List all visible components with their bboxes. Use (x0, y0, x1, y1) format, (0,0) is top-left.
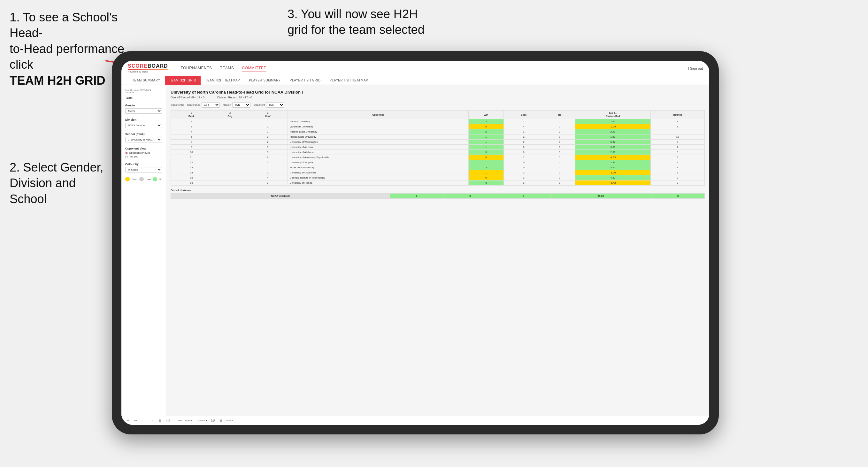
cell-conf: 2 (248, 124, 287, 129)
cell-rounds: 9 (650, 165, 705, 170)
redo-btn[interactable]: ↪ (133, 418, 138, 423)
cell-opponent: Arizona State University (287, 129, 468, 134)
sub-nav-player-h2h-grid[interactable]: PLAYER H2H GRID (285, 76, 325, 85)
grid-btn[interactable]: ⊞ (219, 418, 224, 423)
radio-opponents-played[interactable]: Opponents Played (125, 151, 162, 154)
sub-nav-player-h2h-heatmap[interactable]: PLAYER H2H HEATMAP (325, 76, 373, 85)
comment-btn[interactable]: 💬 (210, 418, 216, 423)
sub-nav-player-summary[interactable]: PLAYER SUMMARY (244, 76, 285, 85)
cell-opponent: University of Arizona (287, 145, 468, 150)
table-row: 14 2 University of Oklahoma 1 2 0 -1.00 … (171, 170, 705, 175)
cell-rounds: 12 (650, 134, 705, 139)
radio-group: Opponents Played Top 100 (125, 151, 162, 158)
cell-loss: 2 (503, 170, 544, 175)
cell-rounds: 8 (650, 124, 705, 129)
color-label-level: Level (146, 178, 151, 181)
cell-rank: 13 (171, 165, 212, 170)
table-row: 9 3 University of Arizona 1 0 0 9.00 2 (171, 145, 705, 150)
view-label[interactable]: View: Original (177, 419, 192, 422)
out-loss: 0 (443, 193, 497, 199)
cell-win: 1 (468, 145, 503, 150)
cell-diff: 9.00 (575, 145, 650, 150)
nav-sign-out[interactable]: | Sign out (688, 66, 703, 70)
clock-btn[interactable]: 🕐 (165, 418, 171, 423)
watch-label[interactable]: Watch ▾ (198, 419, 207, 422)
cell-opponent: Texas Tech University (287, 165, 468, 170)
sub-nav-team-summary[interactable]: TEAM SUMMARY (128, 76, 165, 85)
cell-rounds (650, 129, 705, 134)
cell-reg (212, 145, 248, 150)
nav-committee[interactable]: COMMITTEE (242, 64, 267, 72)
nav-teams[interactable]: TEAMS (220, 64, 234, 72)
cell-tie: 0 (544, 129, 575, 134)
cell-rounds: 3 (650, 160, 705, 165)
cell-rank: 4 (171, 129, 212, 134)
cell-reg (212, 134, 248, 139)
colour-select[interactable]: Win/loss (125, 167, 162, 173)
sub-nav-team-h2h-grid[interactable]: TEAM H2H GRID (165, 76, 201, 85)
radio-dot-top100 (125, 156, 128, 158)
cell-tie: 0 (544, 134, 575, 139)
copy-btn[interactable]: ⊞ (157, 418, 162, 423)
sub-nav-team-h2h-heatmap[interactable]: TEAM H2H HEATMAP (200, 76, 244, 85)
color-dot-up (153, 177, 157, 181)
region-select[interactable]: (All) (232, 102, 250, 107)
table-row: 3 2 Vanderbilt University 0 4 0 -2.29 8 (171, 124, 705, 129)
school-select[interactable]: 1. University of Nort... (125, 137, 162, 143)
cell-tie: 0 (544, 139, 575, 145)
grid-records: Overall Record: 89 - 17 - 0 Division Rec… (170, 96, 705, 99)
table-row: 13 1 Texas Tech University 3 0 0 5.56 9 (171, 165, 705, 170)
cell-rounds: 9 (650, 175, 705, 181)
cell-conf: 2 (248, 139, 287, 145)
table-row: 11 6 University of Arkansas, Fayettevill… (171, 155, 705, 160)
cell-loss: 1 (503, 119, 544, 124)
cell-loss: 1 (503, 181, 544, 186)
cell-conf: 2 (248, 170, 287, 175)
opponent-select[interactable]: (All) (266, 102, 284, 107)
cell-tie: 0 (544, 160, 575, 165)
col-diff: Diff AvStrokes/Rnd (575, 111, 650, 119)
undo-btn[interactable]: ↩ (125, 418, 130, 423)
conference-select[interactable]: (All) (202, 102, 220, 107)
gender-label: Gender (125, 104, 162, 107)
forward-btn[interactable]: → (149, 418, 155, 423)
cell-diff: 1.83 (575, 134, 650, 139)
filter-conference: Conference (All) (187, 102, 219, 107)
school-label: School (Rank) (125, 132, 162, 136)
cell-conf: 1 (248, 129, 287, 134)
radio-dot-opponents (125, 152, 128, 154)
out-table: NCAA Division II 1 0 0 26.00 3 (170, 193, 705, 199)
division-section: Division NCAA Division I (125, 118, 162, 128)
cell-opponent: Florida State University (287, 134, 468, 139)
radio-top100[interactable]: Top 100 (125, 155, 162, 158)
cell-win: 0 (468, 124, 503, 129)
cell-diff: 2.33 (575, 160, 650, 165)
cell-reg (212, 175, 248, 181)
out-title: Out of division (170, 189, 705, 192)
cell-rank: 14 (171, 170, 212, 175)
cell-loss: 1 (503, 129, 544, 134)
share-label[interactable]: Share (226, 419, 233, 422)
col-rounds: Rounds (650, 111, 705, 119)
cell-rank: 6 (171, 134, 212, 139)
nav-tournaments[interactable]: TOURNAMENTS (181, 64, 212, 72)
cell-tie: 0 (544, 150, 575, 155)
cell-opponent: University of Washington (287, 139, 468, 145)
cell-win: 5 (468, 129, 503, 134)
col-opponent: Opponent (287, 111, 468, 119)
grid-title: University of North Carolina Head-to-Hea… (170, 90, 705, 95)
division-select[interactable]: NCAA Division I (125, 123, 162, 128)
table-row: 15 4 Georgia Institute of Technology 0 1… (171, 175, 705, 181)
cell-diff: -2.29 (575, 124, 650, 129)
annotation-3: 3. You will now see H2H grid for the tea… (287, 6, 425, 38)
out-of-division: Out of division NCAA Division II 1 0 0 2… (170, 189, 705, 199)
gender-select[interactable]: Men's (125, 108, 162, 114)
cell-opponent: University of Oklahoma (287, 170, 468, 175)
cell-reg (212, 124, 248, 129)
back-btn[interactable]: ← (141, 418, 146, 423)
cell-win: 1 (468, 170, 503, 175)
table-row: 10 5 University of Alabama 3 0 0 2.61 8 (171, 150, 705, 155)
cell-reg (212, 129, 248, 134)
cell-win: 1 (468, 134, 503, 139)
gender-section: Gender Men's (125, 104, 162, 114)
